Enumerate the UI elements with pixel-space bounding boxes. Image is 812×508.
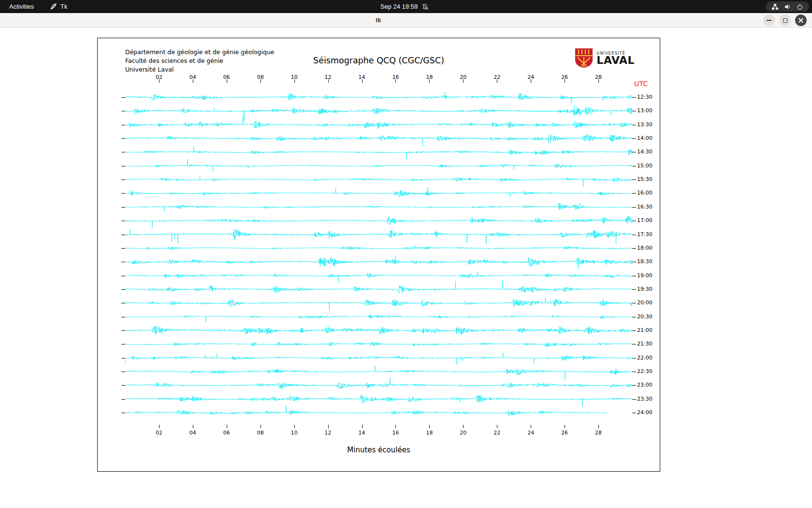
x-tick-label-bottom: 20 [460, 430, 466, 436]
trace-tick-right [632, 248, 636, 249]
trace-tick-right [632, 235, 636, 235]
x-tick-mark-bottom [497, 425, 497, 428]
trace-time-label: 18:00 [637, 245, 652, 251]
trace-time-label: 20:30 [637, 314, 652, 320]
maximize-button[interactable] [779, 15, 791, 26]
x-tick-mark-bottom [463, 425, 464, 428]
seismograph-canvas-frame: Département de géologie et de génie géol… [97, 38, 660, 472]
window-titlebar[interactable]: tk [0, 13, 812, 28]
trace-tick-left [121, 413, 125, 413]
trace-tick-left [121, 372, 125, 372]
window-title: tk [376, 13, 381, 28]
trace-tick-right [632, 179, 636, 180]
focused-app-indicator[interactable]: Tk [50, 0, 67, 13]
focused-app-name: Tk [60, 3, 67, 10]
trace-time-label: 18:30 [637, 258, 652, 265]
laval-logo-laval: LAVAL [596, 56, 635, 65]
trace-time-label: 21:00 [637, 327, 652, 333]
trace-time-label: 20:00 [637, 299, 652, 306]
trace-tick-right [632, 385, 636, 386]
tk-feather-icon [50, 3, 57, 10]
x-tick-mark-top [463, 79, 464, 83]
x-tick-mark-top [193, 79, 193, 83]
trace-tick-right [632, 221, 636, 221]
x-tick-mark-bottom [193, 425, 193, 428]
trace-time-label: 17:30 [637, 231, 652, 238]
trace-time-label: 13:30 [637, 121, 652, 128]
trace-time-label: 14:00 [637, 135, 652, 141]
trace-time-label: 21:30 [637, 341, 652, 347]
x-tick-mark-top [227, 79, 227, 83]
system-status-area[interactable] [766, 1, 809, 12]
trace-tick-right [632, 152, 636, 152]
trace-tick-right [632, 317, 636, 317]
trace-time-label: 16:30 [637, 204, 652, 210]
trace-tick-right [632, 207, 636, 208]
x-tick-mark-bottom [261, 425, 261, 428]
clock-menu[interactable]: Sep 24 19:59 [380, 0, 429, 13]
trace-tick-left [121, 179, 125, 180]
trace-time-label: 22:00 [637, 355, 652, 361]
trace-tick-right [632, 138, 636, 139]
window-controls [763, 15, 807, 26]
x-tick-mark-top [395, 79, 396, 83]
utc-label: UTC [634, 80, 648, 88]
trace-time-label: 15:30 [637, 176, 652, 182]
department-line3: Université Laval [125, 65, 275, 74]
laval-shield-icon [575, 48, 593, 68]
trace-time-label: 19:30 [637, 286, 652, 292]
trace-time-label: 14:30 [637, 149, 652, 155]
trace-tick-left [121, 97, 125, 98]
universite-laval-logo: UNIVERSITÉ LAVAL [575, 48, 635, 68]
maximize-icon [783, 18, 787, 23]
x-tick-mark-bottom [328, 425, 329, 428]
x-tick-mark-bottom [294, 425, 295, 428]
trace-tick-left [121, 166, 125, 166]
trace-tick-left [121, 125, 125, 125]
x-tick-mark-top [598, 79, 599, 83]
desktop: { "topbar": { "activities": "Activities"… [0, 0, 812, 508]
laval-logo-text: UNIVERSITÉ LAVAL [596, 51, 635, 65]
trace-tick-left [121, 385, 125, 386]
trace-tick-right [632, 193, 636, 194]
trace-tick-right [632, 372, 636, 372]
trace-time-label: 12:30 [637, 94, 652, 100]
top-bar: Activities Tk Sep 24 19:59 [0, 0, 812, 13]
trace-tick-left [121, 358, 125, 359]
trace-tick-left [121, 344, 125, 344]
minimize-button[interactable] [763, 15, 775, 26]
trace-tick-right [632, 303, 636, 303]
window-content: Département de géologie et de génie géol… [0, 28, 812, 508]
x-tick-mark-top [531, 79, 531, 83]
trace-tick-right [632, 289, 636, 290]
x-tick-label-bottom: 02 [156, 430, 162, 436]
trace-tick-left [121, 289, 125, 290]
x-tick-mark-bottom [598, 425, 599, 428]
x-axis-label: Minutes écoulées [98, 446, 660, 454]
volume-icon [784, 3, 791, 10]
trace-tick-left [121, 235, 125, 235]
trace-time-label: 23:30 [637, 396, 652, 402]
x-tick-label-bottom: 28 [595, 430, 602, 436]
trace-time-label: 15:00 [637, 163, 652, 169]
x-tick-mark-top [328, 79, 329, 83]
seismogram-plot [125, 83, 632, 428]
x-tick-label-bottom: 10 [291, 430, 298, 436]
minimize-icon [767, 20, 771, 21]
trace-tick-left [121, 221, 125, 221]
trace-tick-left [121, 262, 125, 262]
trace-time-label: 24:00 [637, 409, 652, 416]
trace-tick-right [632, 330, 636, 331]
trace-tick-left [121, 303, 125, 303]
activities-button[interactable]: Activities [5, 0, 38, 13]
close-button[interactable] [795, 15, 807, 26]
x-tick-label-bottom: 06 [223, 430, 230, 436]
trace-tick-right [632, 413, 636, 413]
trace-tick-left [121, 138, 125, 139]
trace-tick-right [632, 344, 636, 344]
power-icon [797, 3, 803, 10]
x-tick-label-bottom: 18 [426, 430, 433, 436]
trace-tick-left [121, 111, 125, 111]
x-tick-label-bottom: 08 [257, 430, 264, 436]
trace-tick-left [121, 399, 125, 400]
